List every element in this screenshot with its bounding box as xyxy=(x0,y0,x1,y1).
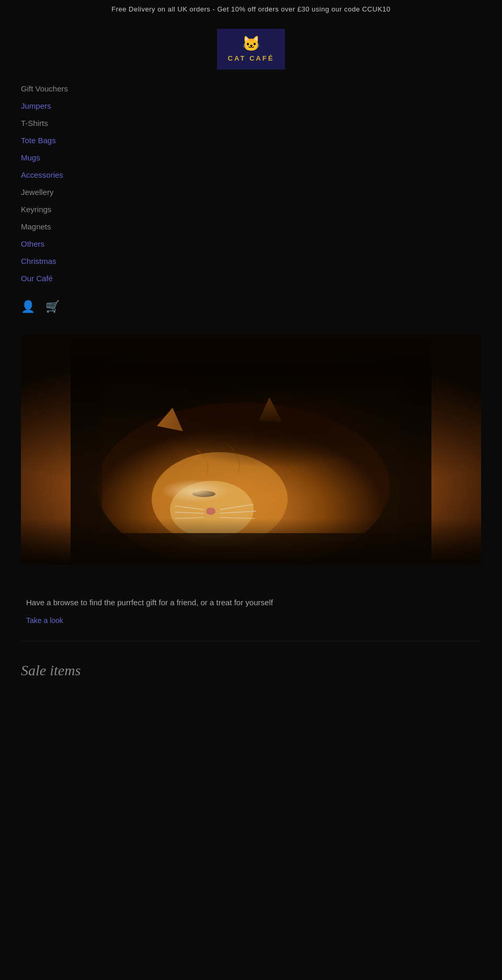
navigation: Gift Vouchers Jumpers T-Shirts Tote Bags… xyxy=(0,75,502,292)
cat-illustration xyxy=(21,335,481,564)
nav-item-keyrings[interactable]: Keyrings xyxy=(21,201,481,218)
nav-item-gift-vouchers[interactable]: Gift Vouchers xyxy=(21,80,481,97)
nav-item-magnets[interactable]: Magnets xyxy=(21,218,481,235)
cat-logo-icon: 🐱 xyxy=(242,35,260,52)
svg-line-12 xyxy=(220,511,256,513)
header: 🐱 CAT CAFÉ xyxy=(0,18,502,75)
svg-line-9 xyxy=(175,512,204,513)
nav-item-tote-bags[interactable]: Tote Bags xyxy=(21,132,481,149)
svg-marker-5 xyxy=(259,397,282,422)
announcement-bar: Free Delivery on all UK orders - Get 10%… xyxy=(0,0,502,18)
account-icon[interactable]: 👤 xyxy=(21,300,35,314)
content-description: Have a browse to find the purrfect gift … xyxy=(26,596,476,609)
svg-point-6 xyxy=(192,491,215,497)
svg-rect-17 xyxy=(400,335,431,564)
nav-item-tshirts[interactable]: T-Shirts xyxy=(21,114,481,132)
svg-line-10 xyxy=(175,517,204,518)
svg-point-2 xyxy=(152,452,288,546)
nav-item-jewellery[interactable]: Jewellery xyxy=(21,183,481,201)
hero-image xyxy=(21,335,481,564)
nav-item-mugs[interactable]: Mugs xyxy=(21,149,481,166)
nav-item-others[interactable]: Others xyxy=(21,235,481,252)
svg-rect-16 xyxy=(71,335,102,564)
nav-item-our-cafe[interactable]: Our Café xyxy=(21,270,481,287)
svg-point-7 xyxy=(206,508,215,515)
svg-line-13 xyxy=(220,517,255,518)
svg-point-3 xyxy=(170,481,254,538)
svg-rect-15 xyxy=(71,335,431,376)
logo[interactable]: 🐱 CAT CAFÉ xyxy=(217,29,285,70)
cart-icon[interactable]: 🛒 xyxy=(45,300,60,314)
svg-line-11 xyxy=(220,504,254,510)
sale-items-title: Sale items xyxy=(0,641,502,689)
announcement-text: Free Delivery on all UK orders - Get 10%… xyxy=(111,5,391,13)
nav-item-jumpers[interactable]: Jumpers xyxy=(21,97,481,114)
take-a-look-link[interactable]: Take a look xyxy=(26,616,63,625)
logo-text: CAT CAFÉ xyxy=(228,54,275,62)
icon-row: 👤 🛒 xyxy=(0,295,502,319)
svg-rect-0 xyxy=(71,335,431,564)
svg-rect-14 xyxy=(71,533,431,564)
content-section: Have a browse to find the purrfect gift … xyxy=(0,575,502,641)
nav-item-accessories[interactable]: Accessories xyxy=(21,166,481,183)
hero-image-container xyxy=(0,319,502,575)
svg-line-8 xyxy=(175,506,204,510)
nav-item-christmas[interactable]: Christmas xyxy=(21,252,481,270)
svg-point-1 xyxy=(97,402,390,564)
svg-marker-4 xyxy=(157,408,183,431)
cat-visual-overlay xyxy=(21,335,481,564)
